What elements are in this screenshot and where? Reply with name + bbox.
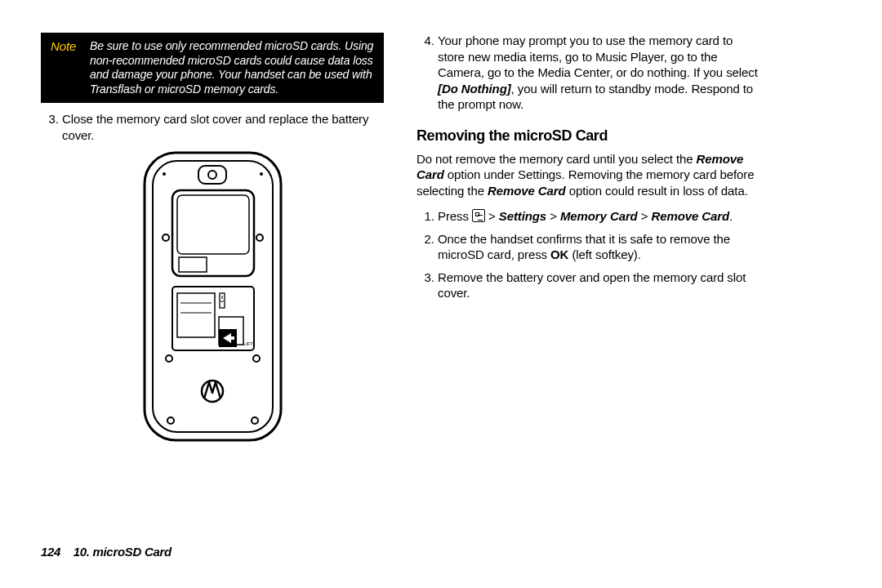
- right-column: Your phone may prompt you to use the mem…: [416, 33, 760, 446]
- note-text: Be sure to use only recommended microSD …: [87, 34, 382, 101]
- remove-step-3: Remove the battery cover and open the me…: [438, 270, 760, 301]
- s1a: Press: [438, 209, 472, 223]
- removing-heading: Removing the microSD Card: [416, 127, 760, 145]
- s1s1: Settings: [499, 209, 546, 223]
- s1s2: Memory Card: [560, 209, 638, 223]
- s1gt3: >: [641, 209, 652, 223]
- svg-point-21: [253, 355, 260, 362]
- remove-step-2: Once the handset confirms that it is saf…: [438, 231, 760, 263]
- svg-point-20: [166, 355, 172, 362]
- menu-key-icon: [472, 209, 485, 222]
- remove-steps: Press > Settings > Memory Card > Remove …: [416, 208, 760, 301]
- svg-rect-8: [179, 257, 207, 272]
- warn-d: option could result in loss of data.: [566, 184, 748, 198]
- s1end: .: [729, 209, 733, 223]
- left-list: Close the memory card slot cover and rep…: [41, 111, 384, 143]
- svg-point-3: [260, 172, 263, 176]
- step4-text-a: Your phone may prompt you to use the mem…: [438, 33, 758, 79]
- svg-rect-19: [220, 293, 225, 308]
- svg-point-23: [167, 417, 174, 424]
- svg-point-24: [252, 417, 258, 424]
- s2b: (left softkey).: [568, 247, 640, 261]
- phone-illustration: LIFT: [41, 149, 384, 446]
- svg-text:LIFT: LIFT: [243, 341, 253, 346]
- svg-point-2: [163, 172, 166, 176]
- warn-b2: Remove Card: [488, 184, 566, 198]
- s2ok: OK: [550, 247, 568, 261]
- s1gt2: >: [550, 209, 560, 223]
- svg-rect-7: [177, 195, 249, 254]
- svg-point-5: [208, 171, 216, 179]
- warning-paragraph: Do not remove the memory card until you …: [416, 151, 760, 199]
- note-label: Note: [42, 34, 87, 101]
- s1s3: Remove Card: [652, 209, 730, 223]
- svg-point-10: [256, 234, 263, 241]
- note-box: Note Be sure to use only recommended mic…: [41, 33, 384, 103]
- phone-back-diagram: LIFT: [141, 149, 284, 443]
- svg-point-9: [163, 234, 169, 241]
- s1gt1: >: [488, 209, 499, 223]
- remove-step-1: Press > Settings > Memory Card > Remove …: [438, 208, 760, 225]
- step-3-text: Close the memory card slot cover and rep…: [62, 111, 384, 143]
- svg-rect-12: [177, 293, 215, 337]
- left-column: Note Be sure to use only recommended mic…: [41, 33, 384, 446]
- step-4: Your phone may prompt you to use the mem…: [438, 33, 760, 113]
- step4-bold: [Do Nothing]: [438, 82, 511, 96]
- warn-a: Do not remove the memory card until you …: [416, 152, 697, 166]
- right-list-top: Your phone may prompt you to use the mem…: [416, 33, 760, 113]
